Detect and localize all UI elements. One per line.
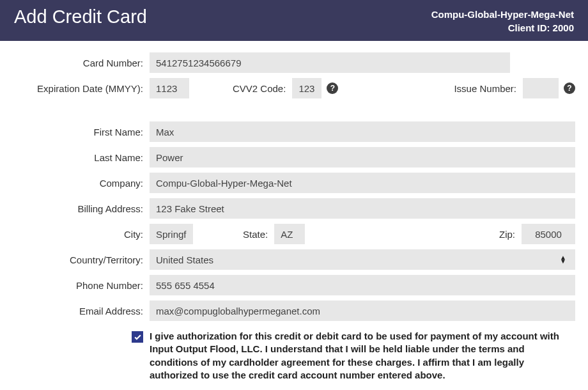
zip-input[interactable] (522, 224, 575, 244)
issue-number-input[interactable] (523, 78, 559, 98)
authorization-text: I give authorization for this credit or … (150, 330, 575, 382)
header-company: Compu-Global-Hyper-Mega-Net (431, 8, 574, 21)
header-client-info: Compu-Global-Hyper-Mega-Net Client ID: 2… (431, 6, 574, 35)
zip-label: Zip: (488, 229, 522, 240)
company-label: Company: (0, 178, 150, 189)
cvv-help-icon[interactable]: ? (327, 82, 338, 94)
last-name-input[interactable] (150, 147, 575, 168)
authorization-checkbox[interactable] (132, 331, 143, 343)
issue-number-label: Issue Number: (442, 83, 523, 94)
phone-input[interactable] (150, 275, 575, 295)
credit-card-form: Card Number: Expiration Date (MMYY): CVV… (0, 41, 588, 390)
state-input[interactable] (274, 224, 305, 244)
expiration-label: Expiration Date (MMYY): (0, 83, 150, 94)
billing-address-input[interactable] (150, 198, 575, 219)
city-label: City: (0, 229, 150, 240)
card-number-input[interactable] (150, 52, 510, 73)
email-input[interactable] (150, 300, 575, 321)
email-label: Email Address: (0, 306, 150, 316)
cvv-input[interactable] (292, 78, 321, 98)
phone-label: Phone Number: (0, 280, 150, 291)
first-name-input[interactable] (150, 121, 575, 142)
header-client-id: Client ID: 2000 (431, 21, 574, 35)
expiration-input[interactable] (150, 78, 189, 98)
page-title: Add Credit Card (14, 6, 147, 27)
city-input[interactable] (150, 224, 193, 244)
card-number-label: Card Number: (0, 58, 150, 68)
check-icon (134, 333, 142, 341)
cvv-label: CVV2 Code: (221, 83, 292, 94)
first-name-label: First Name: (0, 127, 150, 137)
country-select-value: United States (156, 254, 213, 265)
state-label: State: (231, 229, 274, 240)
country-select[interactable]: United States ▲▼ (150, 249, 575, 270)
page-header: Add Credit Card Compu-Global-Hyper-Mega-… (0, 0, 588, 41)
issue-help-icon[interactable]: ? (564, 82, 575, 94)
company-input[interactable] (150, 173, 575, 193)
select-arrows-icon: ▲▼ (560, 256, 569, 263)
last-name-label: Last Name: (0, 152, 150, 163)
country-label: Country/Territory: (0, 254, 150, 265)
billing-address-label: Billing Address: (0, 203, 150, 214)
